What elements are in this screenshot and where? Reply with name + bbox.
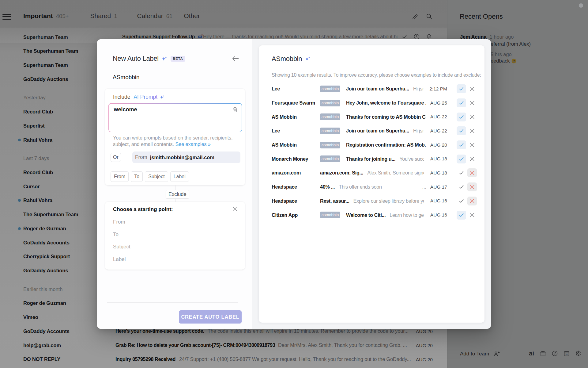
- result-preview: You've succe...: [399, 156, 424, 162]
- result-row: Foursquare Swarm asmobbin Hey John, welc…: [259, 96, 484, 110]
- from-condition-pill[interactable]: From jsmith.mobbin@gmail.com: [132, 151, 240, 163]
- include-example-button[interactable]: [457, 113, 466, 121]
- result-preview: Hi jsmi...: [413, 128, 424, 134]
- results-title-row: ASmobbin: [272, 55, 310, 63]
- label-name-input[interactable]: [113, 74, 237, 86]
- starting-point-card: Choose a starting point: From To Subject…: [105, 202, 245, 270]
- result-sender: Headspace: [272, 184, 320, 190]
- result-subject: Join our team on Superhu...: [346, 128, 409, 134]
- create-auto-label-button[interactable]: CREATE AUTO LABEL: [179, 310, 242, 324]
- result-subject: 40% ...: [320, 184, 335, 190]
- result-sender: AS Mobbin: [272, 114, 320, 120]
- result-subject: Rest, assur...: [320, 198, 349, 204]
- result-preview-ellipsis: ...: [420, 184, 427, 190]
- label-badge: asmobbin: [320, 142, 340, 148]
- divider: [105, 167, 245, 167]
- sparkle-icon: [161, 56, 167, 61]
- result-date: AUG 18: [428, 156, 447, 162]
- include-example-button[interactable]: [457, 140, 466, 149]
- result-row: Monarch Money asmobbin Thanks for joinin…: [259, 152, 484, 166]
- prompt-help-text: You can write prompts based on the sende…: [113, 135, 239, 148]
- result-row: Lee asmobbin Join our team on Superhu...…: [259, 124, 484, 138]
- result-sender: amazon.com: [272, 170, 320, 176]
- condition-chips: FromToSubjectLabel: [111, 171, 189, 182]
- exclude-button[interactable]: Exclude: [166, 190, 189, 199]
- results-list: Lee asmobbin Join our team on Superhu...…: [259, 82, 484, 222]
- result-subject: Welcome to Citi...: [346, 212, 386, 218]
- result-row: Lee asmobbin Join our team on Superhu...…: [259, 82, 484, 96]
- delete-prompt-icon[interactable]: [232, 107, 238, 114]
- result-preview: Learn how to get ...: [390, 212, 424, 218]
- exclude-example-button[interactable]: [467, 211, 477, 220]
- result-date: AUG 22: [428, 128, 447, 134]
- starting-point-title: Choose a starting point:: [113, 206, 173, 213]
- result-sender: AS Mobbin: [272, 142, 320, 148]
- include-card: Include AI Prompt welcome Yo: [105, 89, 245, 185]
- result-date: AUG 16: [428, 198, 447, 204]
- result-date: 2:12 PM: [428, 86, 447, 92]
- sparkle-icon: [305, 57, 310, 61]
- exclude-example-button[interactable]: [467, 197, 477, 205]
- dialog-title-row: New Auto Label BETA: [113, 55, 185, 63]
- result-subject: amazon.com: Sig...: [320, 170, 363, 176]
- include-header-row: Include AI Prompt: [113, 94, 165, 100]
- include-example-button[interactable]: [457, 168, 466, 177]
- starting-label-field[interactable]: Label: [113, 256, 126, 263]
- exclude-example-button[interactable]: [467, 155, 477, 163]
- ai-prompt-textarea[interactable]: welcome: [108, 103, 242, 132]
- result-subject: Registration confirmation: AS Mob...: [346, 142, 426, 148]
- label-badge: asmobbin: [320, 212, 340, 218]
- results-title: ASmobbin: [272, 55, 302, 63]
- exclude-example-button[interactable]: [467, 98, 477, 107]
- condition-chip[interactable]: Label: [170, 171, 189, 182]
- sparkle-icon: [160, 95, 165, 99]
- result-row: AS Mobbin asmobbin Registration confirma…: [259, 138, 484, 152]
- result-preview: This offer ends soon: [339, 184, 382, 190]
- result-subject: Thanks for joining u...: [346, 156, 395, 162]
- result-date: AUG 25: [428, 100, 447, 106]
- condition-chip[interactable]: From: [111, 171, 129, 182]
- include-example-button[interactable]: [457, 126, 466, 135]
- starting-from-field[interactable]: From: [113, 219, 125, 225]
- condition-chip[interactable]: To: [131, 171, 143, 182]
- include-example-button[interactable]: [457, 182, 466, 191]
- exclude-example-button[interactable]: [467, 126, 477, 135]
- results-subtitle: Showing 10 example results. To improve a…: [272, 72, 481, 78]
- result-sender: Monarch Money: [272, 156, 320, 162]
- exclude-example-button[interactable]: [467, 113, 477, 121]
- ai-prompt-toggle[interactable]: AI Prompt: [134, 94, 165, 100]
- exclude-example-button[interactable]: [467, 182, 477, 191]
- result-row: AS Mobbin asmobbin Thanks for coming to …: [259, 110, 484, 124]
- divider: [107, 302, 238, 303]
- new-auto-label-pane: New Auto Label BETA Include AI Prompt: [97, 39, 252, 329]
- result-sender: Lee: [272, 128, 320, 134]
- include-example-button[interactable]: [457, 155, 466, 163]
- starting-to-field[interactable]: To: [113, 232, 119, 238]
- or-button[interactable]: Or: [111, 153, 121, 162]
- condition-chip[interactable]: Subject: [145, 171, 168, 182]
- exclude-example-button[interactable]: [467, 84, 477, 93]
- result-date: AUG 16: [428, 212, 447, 218]
- result-row: Headspace 40% ... This offer ends soon .…: [259, 180, 484, 194]
- include-example-button[interactable]: [457, 211, 466, 220]
- result-preview: Explore our sleep library before you...: [353, 198, 424, 204]
- close-icon[interactable]: [232, 206, 237, 213]
- result-subject: Hey John, welcome to Foursquare ...: [346, 100, 426, 106]
- exclude-example-button[interactable]: [467, 168, 477, 177]
- starting-subject-field[interactable]: Subject: [113, 244, 130, 250]
- result-sender: Lee: [272, 86, 320, 92]
- include-example-button[interactable]: [457, 84, 466, 93]
- back-arrow-icon[interactable]: [232, 56, 239, 63]
- result-sender: Headspace: [272, 198, 320, 204]
- include-example-button[interactable]: [457, 98, 466, 107]
- result-date: AUG 18: [428, 170, 447, 176]
- or-condition-row: Or From jsmith.mobbin@gmail.com: [111, 151, 240, 163]
- exclude-example-button[interactable]: [467, 140, 477, 149]
- see-examples-link[interactable]: See examples »: [175, 141, 210, 147]
- beta-badge: BETA: [171, 56, 185, 62]
- label-badge: asmobbin: [320, 128, 340, 134]
- include-example-button[interactable]: [457, 197, 466, 205]
- auto-label-dialog: New Auto Label BETA Include AI Prompt: [97, 39, 491, 329]
- result-subject: Join our team on Superhu...: [346, 86, 409, 92]
- result-subject: Thanks for coming to AS Mobbin C...: [346, 114, 426, 120]
